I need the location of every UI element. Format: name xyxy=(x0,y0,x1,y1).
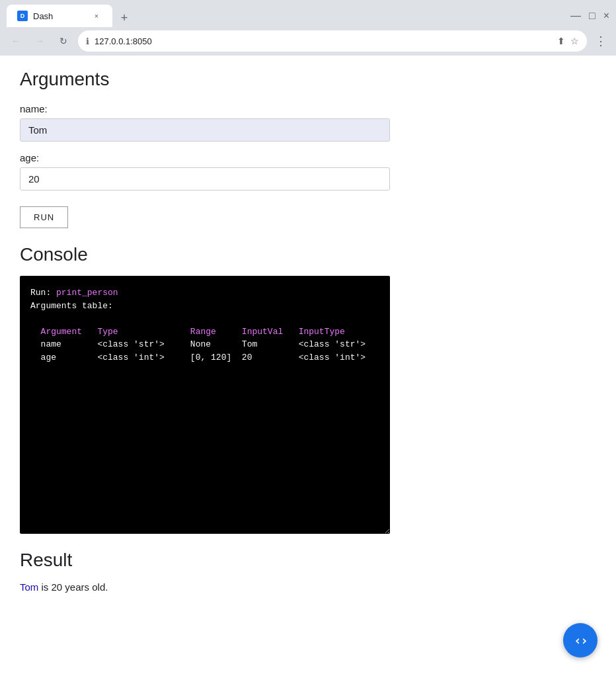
result-name: Tom xyxy=(20,581,38,593)
console-row-age: age <class 'int'> [0, 120] 20 <class 'in… xyxy=(30,351,379,364)
run-button[interactable]: RUN xyxy=(20,206,68,228)
age-label: age: xyxy=(20,152,596,163)
tab-label: Dash xyxy=(33,11,86,21)
console-row-name: name <class 'str'> None Tom <class 'str'… xyxy=(30,338,379,351)
tab-close-button[interactable]: × xyxy=(91,11,102,21)
fab-button[interactable]: ‹› xyxy=(563,623,597,657)
info-icon: ℹ xyxy=(86,36,89,46)
console-function-name: print_person xyxy=(56,288,118,298)
console-heading: Console xyxy=(20,244,596,265)
address-bar[interactable]: ℹ 127.0.0.1:8050 ⬆ ☆ xyxy=(78,30,587,52)
browser-chrome: D Dash × + — □ × ← → ↻ ℹ 127.0.0.1:8050 … xyxy=(0,0,616,56)
age-input[interactable] xyxy=(20,167,390,190)
console-line-1: Run: print_person xyxy=(30,286,379,300)
new-tab-button[interactable]: + xyxy=(115,9,134,27)
back-button[interactable]: ← xyxy=(7,32,25,50)
result-text: Tom is 20 years old. xyxy=(20,581,596,593)
name-field-group: name: xyxy=(20,103,596,142)
result-heading: Result xyxy=(20,550,596,571)
tab-strip: D Dash × + xyxy=(7,5,562,27)
active-tab[interactable]: D Dash × xyxy=(7,5,112,27)
window-controls: — □ × xyxy=(570,10,609,22)
browser-menu-button[interactable]: ⋮ xyxy=(592,31,609,51)
console-output: Run: print_person Arguments table: Argum… xyxy=(20,276,390,534)
fab-icon: ‹› xyxy=(574,632,587,648)
maximize-button[interactable]: □ xyxy=(589,10,596,22)
share-icon[interactable]: ⬆ xyxy=(557,36,565,46)
reload-button[interactable]: ↻ xyxy=(54,32,73,50)
address-text: 127.0.0.1:8050 xyxy=(95,36,552,46)
title-bar: D Dash × + — □ × xyxy=(0,0,616,26)
console-section: Console Run: print_person Arguments tabl… xyxy=(20,244,596,534)
console-header-row: Argument Type Range InputVal InputType xyxy=(30,325,379,339)
age-field-group: age: xyxy=(20,152,596,190)
console-line-2: Arguments table: xyxy=(30,300,379,313)
forward-button[interactable]: → xyxy=(30,32,49,50)
arguments-heading: Arguments xyxy=(20,69,596,90)
minimize-button[interactable]: — xyxy=(570,10,581,22)
bookmark-icon[interactable]: ☆ xyxy=(570,36,579,46)
result-section: Result Tom is 20 years old. xyxy=(20,550,596,593)
name-label: name: xyxy=(20,103,596,114)
address-actions: ⬆ ☆ xyxy=(557,36,579,46)
tab-favicon: D xyxy=(17,11,28,21)
name-input[interactable] xyxy=(20,118,390,142)
page-content: Arguments name: age: RUN Console Run: pr… xyxy=(0,56,616,676)
close-button[interactable]: × xyxy=(603,10,609,22)
result-body: is 20 years old. xyxy=(42,581,108,593)
browser-toolbar: ← → ↻ ℹ 127.0.0.1:8050 ⬆ ☆ ⋮ xyxy=(0,26,616,56)
